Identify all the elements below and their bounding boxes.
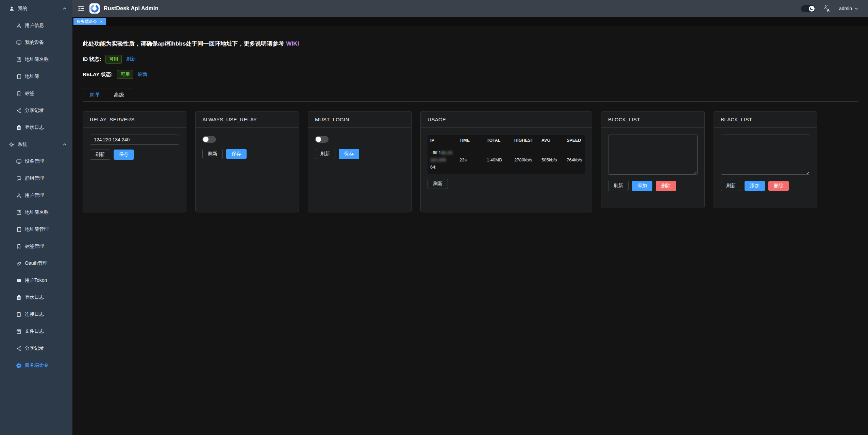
must-login-save-button[interactable]: 保存 <box>339 149 359 159</box>
chevron-up-icon[interactable] <box>62 142 67 147</box>
rustdesk-logo-icon <box>89 3 100 14</box>
sidebar-item-label: 分享记录 <box>25 107 44 114</box>
main-content: 此处功能为实验性质，请确保api和hbbs处于同一回环地址下，更多说明请参考WI… <box>72 26 868 435</box>
app-title: RustDesk Api Admin <box>104 5 158 12</box>
sidebar-item-share-records[interactable]: 分享记录 <box>0 102 72 119</box>
sidebar-item-share-records-sys[interactable]: 分享记录 <box>0 340 72 357</box>
relay-servers-save-button[interactable]: 保存 <box>114 150 134 160</box>
black-list-textarea[interactable] <box>721 135 810 175</box>
block-list-delete-button[interactable]: 删除 <box>656 181 676 191</box>
svg-text:A: A <box>827 8 830 12</box>
sidebar-item-label: 我的设备 <box>25 39 44 46</box>
document-icon <box>16 312 22 317</box>
usage-table: IP TIME TOTAL HIGHEST AVG SPEED ::ffff:1… <box>428 135 585 174</box>
usage-time-cell: 23s <box>457 146 484 174</box>
usage-speed-cell: 764kb/s <box>564 146 585 174</box>
sidebar-item-file-logs[interactable]: 文件日志 <box>0 323 72 340</box>
rustdesk-admin-app: 我的用户信息我的设备地址簿名称地址簿标签分享记录登录日志系统设备管理群组管理用户… <box>0 0 868 435</box>
must-login-switch[interactable] <box>315 136 329 143</box>
relay-servers-refresh-button[interactable]: 刷新 <box>90 150 110 160</box>
clipboard-icon <box>16 125 22 130</box>
monitor-icon <box>16 40 22 46</box>
tab-advanced[interactable]: 高级 <box>107 88 131 101</box>
sidebar-item-label: 分享记录 <box>25 345 44 351</box>
sidebar-item-server-cmd[interactable]: 服务端命令 <box>0 357 72 374</box>
sidebar-item-group-mgmt[interactable]: 群组管理 <box>0 170 72 187</box>
user-icon <box>16 23 22 29</box>
sidebar: 我的用户信息我的设备地址簿名称地址簿标签分享记录登录日志系统设备管理群组管理用户… <box>0 0 72 435</box>
tab-server-command[interactable]: 服务端命令 × <box>73 18 106 25</box>
sidebar-item-user-token[interactable]: 用户Token <box>0 272 72 289</box>
always-use-relay-refresh-button[interactable]: 刷新 <box>202 149 223 159</box>
sidebar-item-label: 系统 <box>18 141 27 147</box>
sidebar-item-label: 连接日志 <box>25 311 44 317</box>
sidebar-item-device-mgmt[interactable]: 设备管理 <box>0 153 72 170</box>
sidebar-item-label: 文件日志 <box>25 328 44 334</box>
sidebar-item-my-devices[interactable]: 我的设备 <box>0 34 72 51</box>
user-menu[interactable]: admin <box>839 6 858 11</box>
usage-table-header-row: IP TIME TOTAL HIGHEST AVG SPEED <box>428 135 585 146</box>
sidebar-item-label: 登录日志 <box>25 124 44 130</box>
card-relay-servers: RELAY_SERVERS 刷新 保存 <box>83 111 186 212</box>
redacted-ip-part: 85.20. <box>441 150 453 155</box>
language-switch-icon[interactable]: 文 A <box>823 5 831 12</box>
sidebar-item-addrbook-name-mgmt[interactable]: 地址簿名称 <box>0 204 72 221</box>
tab-simple[interactable]: 简单 <box>83 88 107 101</box>
sidebar-item-label: 设备管理 <box>25 158 44 164</box>
sidebar-item-my[interactable]: 我的 <box>0 0 72 17</box>
card-title: RELAY_SERVERS <box>83 111 186 128</box>
must-login-refresh-button[interactable]: 刷新 <box>315 149 335 159</box>
sidebar-item-label: 标签 <box>25 90 34 97</box>
block-list-add-button[interactable]: 添加 <box>632 181 652 191</box>
theme-toggle[interactable] <box>801 5 815 12</box>
sidebar-item-login-logs[interactable]: 登录日志 <box>0 119 72 136</box>
sidebar-item-label: 用户管理 <box>25 192 44 198</box>
id-refresh-link[interactable]: 刷新 <box>126 56 136 62</box>
usage-refresh-button[interactable]: 刷新 <box>428 179 448 189</box>
box-icon <box>16 329 22 334</box>
sidebar-item-addrbook-mgmt[interactable]: 地址簿管理 <box>0 221 72 238</box>
card-title: BLOCK_LIST <box>601 111 704 128</box>
black-list-refresh-button[interactable]: 刷新 <box>721 181 741 191</box>
sidebar-item-tags[interactable]: 标签 <box>0 85 72 102</box>
sidebar-item-label: Oauth管理 <box>25 260 47 266</box>
sidebar-item-oauth-mgmt[interactable]: Oauth管理 <box>0 255 72 272</box>
book-icon <box>16 210 22 215</box>
sidebar-item-label: 用户Token <box>25 277 47 283</box>
always-use-relay-save-button[interactable]: 保存 <box>226 149 247 159</box>
card-block-list: BLOCK_LIST 刷新 添加 删除 <box>601 111 705 208</box>
redacted-ip-part: 110.205 <box>430 157 446 162</box>
sidebar-item-user-info[interactable]: 用户信息 <box>0 17 72 34</box>
experimental-notice: 此处功能为实验性质，请确保api和hbbs处于同一回环地址下，更多说明请参考WI… <box>83 40 858 48</box>
sidebar-item-addrbook[interactable]: 地址簿 <box>0 68 72 85</box>
block-list-textarea[interactable] <box>608 135 698 175</box>
sidebar-item-user-mgmt[interactable]: 用户管理 <box>0 187 72 204</box>
monitor-icon <box>16 159 22 164</box>
sidebar-item-addrbook-name[interactable]: 地址簿名称 <box>0 51 72 68</box>
block-list-refresh-button[interactable]: 刷新 <box>608 181 629 191</box>
black-list-delete-button[interactable]: 删除 <box>768 181 789 191</box>
share-icon <box>16 108 22 114</box>
close-tab-icon[interactable]: × <box>100 19 103 24</box>
id-status-badge: 可用 <box>105 55 122 64</box>
sidebar-item-system[interactable]: 系统 <box>0 136 72 153</box>
chat-icon <box>16 176 22 181</box>
sidebar-item-login-logs-sys[interactable]: 登录日志 <box>0 289 72 306</box>
menu-fold-icon[interactable] <box>77 5 85 12</box>
always-use-relay-switch[interactable] <box>202 136 216 143</box>
relay-refresh-link[interactable]: 刷新 <box>138 71 147 77</box>
clipboard-icon <box>16 295 22 300</box>
black-list-add-button[interactable]: 添加 <box>745 181 765 191</box>
chevron-up-icon[interactable] <box>62 6 67 11</box>
notebook-icon <box>16 227 22 232</box>
cards-row: RELAY_SERVERS 刷新 保存 ALWAYS_USE_RELAY 刷新 <box>83 111 858 212</box>
relay-servers-input[interactable] <box>90 135 179 145</box>
id-status-row: ID 状态: 可用 刷新 <box>83 55 858 64</box>
tab-strip: 服务端命令 × <box>72 17 868 26</box>
sidebar-item-tag-mgmt[interactable]: 标签管理 <box>0 238 72 255</box>
sidebar-item-conn-logs[interactable]: 连接日志 <box>0 306 72 323</box>
sidebar-item-label: 服务端命令 <box>25 362 49 368</box>
wiki-link[interactable]: WIKI <box>286 40 299 47</box>
card-black-list: BLACK_LIST 刷新 添加 删除 <box>714 111 817 208</box>
sidebar-item-label: 我的 <box>18 5 27 12</box>
